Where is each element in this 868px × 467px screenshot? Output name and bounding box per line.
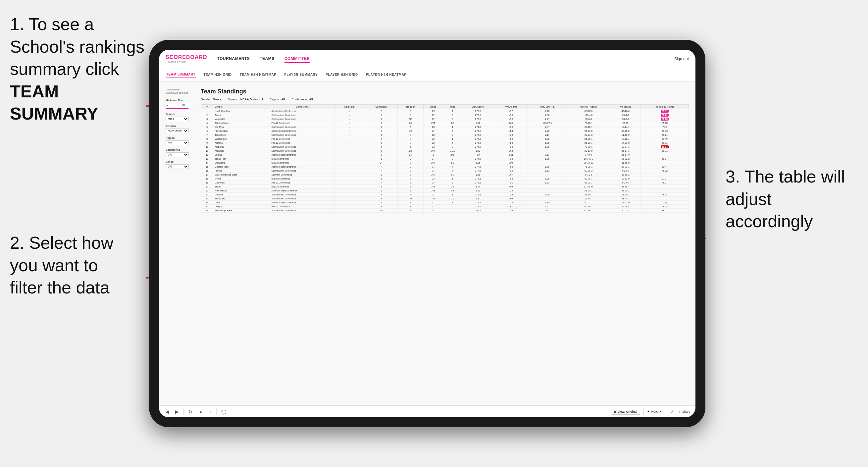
- table-row[interactable]: 1 North Carolina Atlantic Coast Conferen…: [201, 109, 689, 113]
- table-row[interactable]: 21 New Mexico Mountain West Conference -…: [201, 189, 689, 193]
- cell-points: [641, 197, 689, 201]
- cell-school: Auburn: [213, 113, 270, 117]
- cell-rnds: 23: [424, 145, 443, 149]
- toolbar-add[interactable]: +: [208, 408, 213, 415]
- table-row[interactable]: 19 California Pac-12 Conference - 4 8 24…: [201, 181, 689, 185]
- cell-wins: -5.2: [443, 161, 462, 165]
- cell-rag: -: [335, 145, 365, 149]
- table-row[interactable]: 26 Mississippi State Southeastern Confer…: [201, 209, 689, 213]
- table-row[interactable]: 18 Illinois Big Ten Conference - 1 9 23 …: [201, 177, 689, 181]
- table-row[interactable]: 8 Washington Pac-12 Conference - 2 8 23 …: [201, 137, 689, 141]
- toolbar-back[interactable]: ◀: [164, 408, 170, 415]
- cell-rank: 9: [201, 141, 213, 145]
- cell-avg-low: 1.86: [528, 145, 567, 149]
- table-row[interactable]: 15 Georgia Tech Atlantic Coast Conferenc…: [201, 165, 689, 169]
- toolbar-forward[interactable]: ▶: [174, 408, 180, 415]
- toolbar-reload[interactable]: ↻: [187, 408, 194, 415]
- table-row[interactable]: 23 Texas A&M Southeastern Conference - 9…: [201, 197, 689, 201]
- cell-wins: 6: [443, 117, 462, 121]
- share-button[interactable]: ⇧ Share: [679, 410, 690, 413]
- filter-gender-label: Gender: [165, 113, 195, 116]
- cell-conference: Southeastern Conference: [270, 209, 335, 213]
- filter-min-input[interactable]: [165, 103, 177, 107]
- logo-sub: Powered by clippi: [165, 60, 186, 63]
- watch-button[interactable]: 👁 Watch ▾: [647, 410, 662, 413]
- sub-nav-team-summary[interactable]: TEAM SUMMARY: [165, 71, 196, 78]
- cell-overall: 86-26-1: [567, 141, 610, 145]
- cell-rank: 17: [201, 173, 213, 177]
- table-row[interactable]: 13 Texas Tech Big 12 Conference - 1 9 27…: [201, 157, 689, 161]
- toolbar-expand[interactable]: ⤢: [669, 408, 675, 415]
- cell-rnds: 277: [424, 161, 443, 165]
- cell-conference: Pac-12 Conference: [270, 181, 335, 185]
- sub-nav-player-summary[interactable]: PLAYER SUMMARY: [283, 71, 318, 78]
- cell-avg-low: 1.98: [528, 137, 567, 141]
- cell-avg-low: 2.70: [528, 109, 567, 113]
- table-row[interactable]: 25 Oregon Pac-12 Conference - 9 7 21 279…: [201, 205, 689, 209]
- table-row[interactable]: 12 Virginia Atlantic Coast Conference - …: [201, 153, 689, 157]
- filter-slider[interactable]: [165, 108, 189, 109]
- cell-school: Duke: [213, 201, 270, 205]
- nav-teams[interactable]: TEAMS: [260, 55, 275, 63]
- toolbar-clock[interactable]: ◯: [220, 408, 228, 415]
- table-row[interactable]: 2 Auburn Southeastern Conference - 1 9 2…: [201, 113, 689, 117]
- table-row[interactable]: 20 Texas Big 12 Conference - 3 7 278 0.7…: [201, 185, 689, 189]
- cell-tour: 7: [397, 193, 424, 197]
- cell-avg-low: 1.53: [528, 181, 567, 185]
- cell-school: California: [213, 181, 270, 185]
- table-row[interactable]: 5 Ole Miss Southeastern Conference - 3 6…: [201, 125, 689, 129]
- table-row[interactable]: 10 Alabama Southeastern Conference - 5 6…: [201, 145, 689, 149]
- table-row[interactable]: 7 Tennessee Southeastern Conference - 4 …: [201, 133, 689, 137]
- nav-committee[interactable]: COMMITTEE: [284, 55, 310, 63]
- sub-nav-team-h2h-grid[interactable]: TEAM H2H GRID: [203, 71, 232, 78]
- cell-avg-low: [528, 173, 567, 177]
- table-row[interactable]: 24 Duke Atlantic Coast Conference - 5 9 …: [201, 201, 689, 205]
- table-row[interactable]: 11 Arkansas Southeastern Conference - 8 …: [201, 149, 689, 153]
- table-row[interactable]: 22 Georgia Southeastern Conference - 8 7…: [201, 193, 689, 197]
- view-original-button[interactable]: ⊞ View: Original: [611, 409, 640, 415]
- nav-tournaments[interactable]: TOURNAMENTS: [217, 55, 250, 63]
- sub-nav-player-h2h-grid[interactable]: PLAYER H2H GRID: [325, 71, 359, 78]
- cell-avg-par: -5.8: [494, 193, 528, 197]
- cell-overall: 30-15-18: [567, 161, 610, 165]
- cell-rank: 8: [201, 137, 213, 141]
- cell-avg-low: [528, 149, 567, 153]
- cell-rnds: 27: [424, 157, 443, 161]
- filter-conference-select[interactable]: (All): [165, 152, 189, 157]
- cell-points: 42.98: [641, 201, 689, 205]
- cell-rag: -: [335, 121, 365, 125]
- cell-school: Illinois: [213, 177, 270, 181]
- instruction-step3-line2: adjust accordingly: [725, 189, 813, 231]
- filter-gender-select[interactable]: Men's: [165, 117, 189, 121]
- filter-school-select[interactable]: (All): [165, 164, 189, 169]
- sign-out-link[interactable]: Sign out: [674, 57, 689, 61]
- toolbar-share2[interactable]: ▲: [197, 408, 204, 415]
- table-row[interactable]: 3 Vanderbilt Southeastern Conference - 5…: [201, 117, 689, 121]
- table-row[interactable]: 4 Arizona State Pac-12 Conference - 1 26…: [201, 121, 689, 125]
- table-region-label: Region:: [270, 98, 280, 101]
- sub-nav-team-h2h-heatmap[interactable]: TEAM H2H HEATMAP: [239, 71, 277, 78]
- cell-points: 86.58: [641, 117, 689, 121]
- table-row[interactable]: 16 Florida Southeastern Conference - 7 9…: [201, 169, 689, 173]
- cell-wins: 0.7: [443, 185, 462, 189]
- cell-rank: 6: [201, 129, 213, 133]
- cell-rag: -: [335, 137, 365, 141]
- cell-rank: 3: [201, 117, 213, 121]
- cell-rag: -: [335, 177, 365, 181]
- filter-division-select[interactable]: NCAA Division I: [165, 128, 189, 133]
- cell-tour: 271: [397, 117, 424, 121]
- cell-rank: 23: [201, 197, 213, 201]
- table-row[interactable]: 9 Arizona Pac-12 Conference - 3 8 22 4 2…: [201, 141, 689, 145]
- filter-max-input[interactable]: [181, 103, 192, 107]
- filter-region-label: Region: [165, 136, 195, 139]
- table-row[interactable]: 17 East Tennessee State Southern Confere…: [201, 173, 689, 177]
- table-row[interactable]: 14 Oklahoma Big 12 Conference - 24 2 277…: [201, 161, 689, 165]
- table-row[interactable]: 6 Florida State Atlantic Coast Conferenc…: [201, 129, 689, 133]
- cell-conference: Atlantic Coast Conference: [270, 165, 335, 169]
- cell-rag: -: [335, 149, 365, 153]
- cell-overall: 59-39-1: [567, 193, 610, 197]
- cell-rag: -: [335, 165, 365, 169]
- filter-region-select[interactable]: N/A: [165, 141, 189, 145]
- cell-wins: 4: [443, 165, 462, 169]
- sub-nav-player-h2h-heatmap[interactable]: PLAYER H2H HEATMAP: [365, 71, 407, 78]
